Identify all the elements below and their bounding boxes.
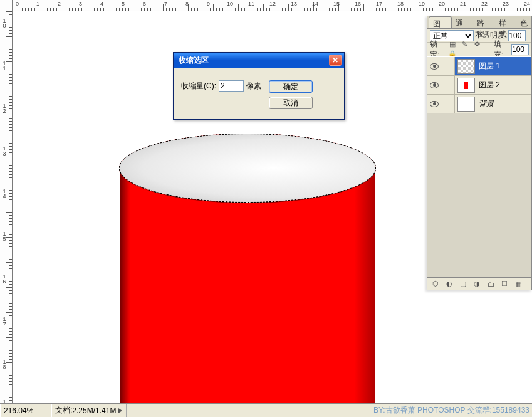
layer-row-background[interactable]: 背景 [427, 95, 531, 113]
tab-layers[interactable]: 图层 [429, 16, 452, 28]
fill-input[interactable] [511, 44, 529, 55]
watermark-text: 思缘设计论坛 www.MissYuan.com [415, 11, 529, 13]
eye-icon [430, 101, 439, 107]
ruler-corner [0, 0, 13, 11]
layers-list: 图层 1 图层 2 背景 [427, 56, 531, 277]
visibility-toggle[interactable] [427, 57, 441, 75]
eye-icon [430, 63, 439, 70]
link-layers-icon[interactable]: ⬡ [431, 280, 440, 288]
tab-channels[interactable]: 通道 [452, 16, 474, 28]
panel-tabs: 图层 通道 路径 样式 色 [427, 16, 531, 29]
layer-mask-icon[interactable]: ▢ [459, 280, 467, 288]
layer-row-1[interactable]: 图层 1 [427, 57, 531, 76]
layer-name: 图层 2 [477, 80, 500, 90]
contract-unit-label: 像素 [246, 81, 261, 92]
tab-styles[interactable]: 样式 [495, 16, 517, 28]
layers-panel: 图层 通道 路径 样式 色 正常 不透明度: 锁定: ▦ ✎ ✥ 🔒 填充: 图… [427, 16, 532, 290]
link-col[interactable] [441, 95, 455, 113]
layer-name: 图层 1 [477, 61, 500, 71]
delete-layer-icon[interactable]: 🗑 [514, 280, 523, 288]
cup-body-shape [120, 168, 375, 403]
zoom-level[interactable]: 216.04% [0, 404, 51, 417]
tab-paths[interactable]: 路径 [473, 16, 495, 28]
play-icon [118, 408, 122, 413]
new-folder-icon[interactable]: 🗀 [486, 280, 495, 288]
layer-row-2[interactable]: 图层 2 [427, 76, 531, 95]
link-col[interactable] [441, 57, 455, 75]
opacity-input[interactable] [508, 30, 526, 41]
close-icon[interactable]: ✕ [329, 55, 342, 66]
lock-pixels-icon[interactable]: ✎ [460, 40, 470, 50]
tab-color[interactable]: 色 [516, 16, 531, 28]
lock-transparency-icon[interactable]: ▦ [447, 40, 457, 50]
footer-credit: BY:古欲香萧 PHOTOSHOP 交流群:155189433 [373, 405, 529, 416]
layer-style-icon[interactable]: ◐ [445, 280, 454, 288]
cup-top-ellipse [119, 134, 376, 203]
visibility-toggle[interactable] [427, 76, 441, 94]
dialog-titlebar[interactable]: 收缩选区 ✕ [174, 53, 344, 68]
layer-thumbnail [457, 78, 475, 93]
new-layer-icon[interactable]: ☐ [500, 280, 509, 288]
layer-thumbnail [457, 59, 475, 74]
layer-name: 背景 [477, 98, 494, 109]
adjustment-icon[interactable]: ◑ [472, 280, 481, 288]
contract-selection-dialog: 收缩选区 ✕ 收缩量(C): 像素 确定 取消 [173, 52, 345, 120]
contract-amount-label: 收缩量(C): [181, 81, 216, 92]
lock-position-icon[interactable]: ✥ [472, 40, 482, 50]
panel-footer: ⬡ ◐ ▢ ◑ 🗀 ☐ 🗑 [427, 277, 531, 290]
cancel-button[interactable]: 取消 [269, 97, 313, 109]
contract-amount-input[interactable] [219, 80, 244, 92]
link-col[interactable] [441, 76, 455, 94]
document-size[interactable]: 文档: 2.25M/1.41M [51, 404, 127, 417]
layer-thumbnail [457, 97, 475, 112]
eye-icon [430, 82, 439, 88]
dialog-title: 收缩选区 [176, 55, 329, 66]
ok-button[interactable]: 确定 [269, 80, 313, 93]
visibility-toggle[interactable] [427, 95, 441, 113]
horizontal-ruler: 0 1 2 3 4 5 6 7 8 9 10 11 12 13 14 15 16… [13, 0, 532, 11]
vertical-ruler: 10 11 12 13 14 15 16 17 18 19 [0, 11, 13, 403]
